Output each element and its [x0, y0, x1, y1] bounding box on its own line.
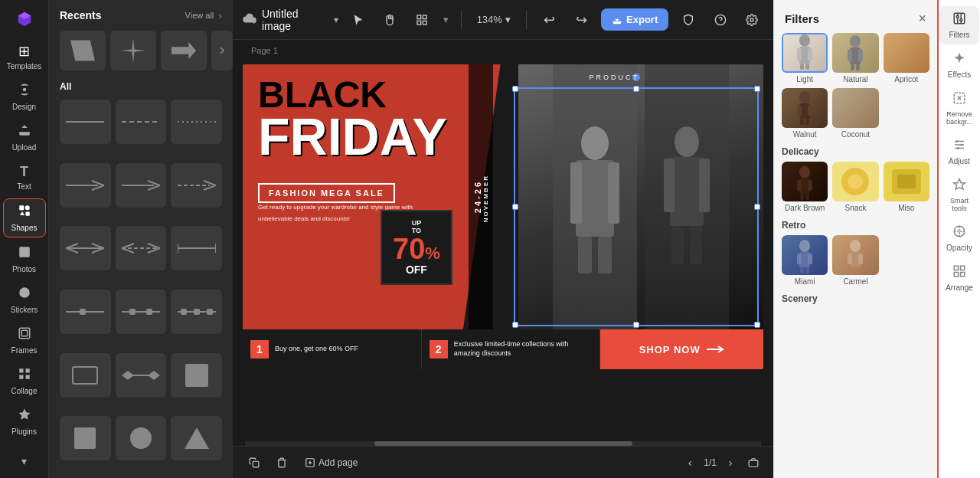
sidebar-item-text[interactable]: T Text [3, 159, 46, 195]
doc-title-chevron-icon[interactable]: ▾ [334, 15, 338, 25]
sidebar-item-collage[interactable]: Collage [3, 362, 46, 400]
rt-effects-button[interactable]: Effects [939, 46, 979, 84]
page-duplicate-button[interactable] [243, 452, 265, 473]
next-page-button[interactable]: › [721, 453, 740, 472]
shape-line-solid[interactable] [60, 100, 111, 144]
filters-close-button[interactable]: × [918, 11, 926, 27]
expand-pages-button[interactable] [744, 453, 763, 472]
svg-rect-103 [805, 194, 809, 200]
horizontal-scrollbar[interactable] [245, 441, 761, 446]
top-bar: Untitled image ▾ ▾ 134% ▾ ↩ ↪ Export [233, 0, 773, 40]
shape-line-dotted[interactable] [171, 100, 222, 144]
handle-bm[interactable] [633, 322, 639, 328]
recent-expand-button[interactable] [211, 31, 233, 70]
filter-snack[interactable]: Snack [832, 162, 878, 212]
shape-slider-single[interactable] [60, 290, 111, 334]
rt-smart-tools-label: Smart tools [942, 197, 976, 212]
selection-overlay[interactable] [514, 87, 759, 326]
shape-circle[interactable] [116, 416, 167, 460]
handle-tl[interactable] [512, 86, 518, 92]
filter-darkbrown[interactable]: Dark Brown [782, 162, 828, 212]
rt-opacity-button[interactable]: Opacity [939, 219, 979, 257]
shape-double-arrow-solid[interactable] [60, 226, 111, 270]
shape-double-arrow-dashed[interactable] [116, 226, 167, 270]
sidebar-item-plugins[interactable]: Plugins [3, 403, 46, 440]
cursor-tool-button[interactable] [346, 8, 371, 32]
shape-slider-triple[interactable] [171, 290, 222, 334]
month-label: NOVEMBER [482, 175, 489, 222]
svg-point-129 [957, 147, 959, 149]
scroll-thumb[interactable] [374, 441, 632, 446]
settings-button[interactable] [740, 8, 764, 32]
shape-double-arrow-line[interactable] [171, 226, 222, 270]
export-button[interactable]: Export [601, 8, 668, 31]
design-canvas[interactable]: BLACK FRIDAY FASHION MEGA SALE Get ready… [243, 64, 763, 369]
shape-square-outline[interactable] [60, 416, 111, 460]
shape-arrow-right-dashed[interactable] [171, 163, 222, 208]
prev-page-button[interactable]: ‹ [681, 453, 699, 472]
add-page-button[interactable]: Add page [299, 454, 364, 471]
rt-filters-button[interactable]: Filters [939, 6, 979, 44]
off-label: OFF [393, 264, 440, 276]
doc-title[interactable]: Untitled image [262, 8, 329, 32]
hand-tool-button[interactable] [377, 8, 402, 32]
undo-button[interactable]: ↩ [537, 8, 562, 32]
canvas-container[interactable]: Page 1 BLACK [233, 40, 773, 441]
handle-tm[interactable] [633, 86, 639, 92]
filter-miso[interactable]: Miso [884, 162, 929, 212]
logo-button[interactable] [3, 6, 46, 32]
filter-coconut[interactable]: Coconut [832, 88, 878, 139]
handle-ml[interactable] [512, 204, 518, 210]
shape-triangle[interactable] [171, 416, 222, 460]
filter-walnut[interactable]: Walnut [782, 88, 828, 139]
left-icon-sidebar: ⊞ Templates Design Upload T Text Shapes … [0, 0, 49, 478]
handle-tr[interactable] [754, 86, 760, 92]
shape-arrow-right-hollow[interactable] [116, 163, 167, 208]
rt-filters-icon [952, 11, 966, 29]
filters-title: Filters [785, 12, 819, 25]
shape-slider-double[interactable] [116, 290, 167, 334]
shape-arrow-right-solid[interactable] [60, 163, 111, 208]
filter-carmel[interactable]: Carmel [832, 235, 878, 286]
rt-remove-bg-button[interactable]: Remove backgr... [939, 86, 979, 131]
sidebar-item-upload[interactable]: Upload [3, 119, 46, 156]
sidebar-item-shapes[interactable]: Shapes [3, 198, 46, 237]
shape-diamond-connector[interactable] [116, 353, 167, 398]
handle-mr[interactable] [754, 204, 760, 210]
filter-light[interactable]: Light [782, 33, 828, 83]
shape-square-large[interactable] [171, 353, 222, 398]
sidebar-item-label: Frames [11, 346, 38, 355]
sidebar-item-stickers[interactable]: Stickers [3, 281, 46, 319]
rt-adjust-button[interactable]: Adjust [939, 133, 979, 171]
sidebar-item-frames[interactable]: Frames [3, 322, 46, 359]
rt-smart-tools-button[interactable]: Smart tools [939, 172, 979, 218]
redo-button[interactable]: ↪ [569, 8, 593, 32]
filter-apricot[interactable]: Apricot [884, 33, 929, 83]
sidebar-item-templates[interactable]: ⊞ Templates [3, 38, 46, 75]
handle-br[interactable] [754, 322, 760, 328]
shape-line-dashed[interactable] [116, 100, 167, 144]
layout-tool-button[interactable] [410, 8, 434, 32]
svg-marker-41 [148, 371, 160, 380]
sidebar-item-label: Stickers [11, 306, 38, 314]
sidebar-collapse-button[interactable]: ▾ [3, 450, 46, 472]
recent-shape-parallelogram[interactable] [60, 31, 106, 70]
filter-miami[interactable]: Miami [782, 235, 828, 286]
shape-bracket-rect[interactable] [60, 353, 111, 398]
shop-now-area[interactable]: SHOP NOW [600, 329, 763, 369]
svg-rect-101 [808, 180, 812, 191]
recent-shape-arrow[interactable] [161, 31, 207, 70]
sidebar-item-label: Design [12, 103, 36, 111]
view-all-button[interactable]: View all [185, 11, 214, 20]
zoom-display[interactable]: 134% ▾ [472, 11, 515, 28]
recent-shape-star4[interactable] [110, 31, 156, 70]
page-delete-button[interactable] [271, 452, 292, 473]
shield-button[interactable] [676, 8, 701, 32]
handle-bl[interactable] [512, 322, 518, 328]
sidebar-item-design[interactable]: Design [3, 78, 46, 116]
help-button[interactable] [708, 8, 733, 32]
sidebar-item-photos[interactable]: Photos [3, 241, 46, 278]
filter-natural[interactable]: Natural [832, 33, 878, 83]
layout-chevron-icon[interactable]: ▾ [442, 11, 450, 28]
rt-arrange-button[interactable]: Arrange [939, 259, 979, 297]
